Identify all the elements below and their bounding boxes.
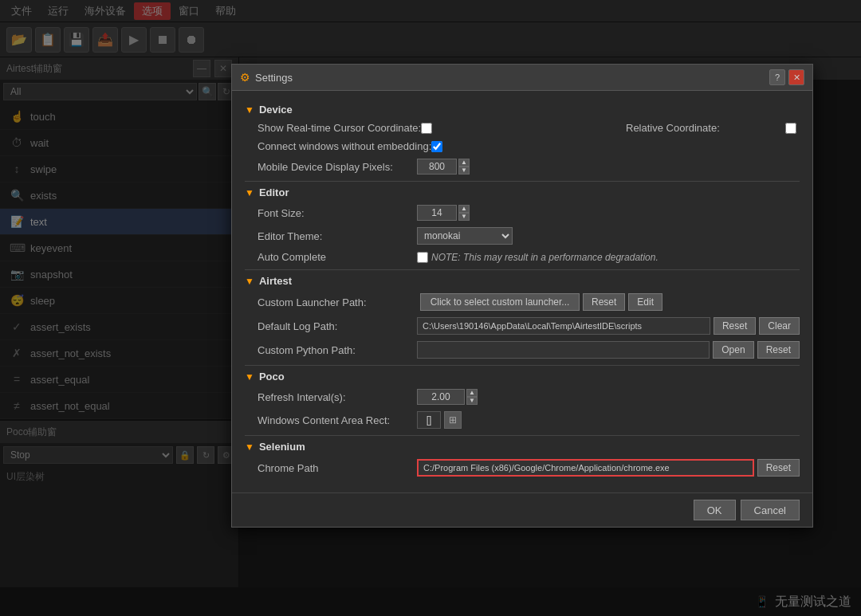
default-log-label: Default Log Path: <box>258 320 417 332</box>
custom-python-reset-btn[interactable]: Reset <box>757 341 800 359</box>
editor-theme-label: Editor Theme: <box>258 230 417 242</box>
windows-rect-row: Windows Content Area Rect: ⊞ <box>245 411 800 429</box>
custom-launcher-edit-btn[interactable]: Edit <box>628 293 662 311</box>
mobile-pixels-input[interactable] <box>417 159 457 175</box>
poco-section-title: Poco <box>259 371 285 383</box>
custom-python-input[interactable] <box>417 341 710 359</box>
font-size-label: Font Size: <box>258 207 417 219</box>
settings-dialog: ⚙ Settings ? ✕ ▼ Device Show Real-time C… <box>231 64 813 528</box>
refresh-down-btn[interactable]: ▼ <box>466 397 478 405</box>
font-size-spinner: ▲ ▼ <box>417 205 470 221</box>
poco-arrow-icon: ▼ <box>245 371 254 383</box>
default-log-input[interactable] <box>417 317 710 335</box>
selenium-section-title: Selenium <box>259 441 305 453</box>
mobile-pixels-row: Mobile Device Display Pixels: ▲ ▼ <box>245 159 800 175</box>
editor-theme-row: Editor Theme: monokai <box>245 227 800 245</box>
windows-rect-input[interactable] <box>417 411 441 429</box>
dialog-title-bar: ⚙ Settings ? ✕ <box>232 65 812 91</box>
auto-complete-row: Auto Complete NOTE: This may result in a… <box>245 251 800 263</box>
dialog-cancel-btn[interactable]: Cancel <box>741 500 800 520</box>
chrome-path-label: Chrome Path <box>258 462 417 474</box>
refresh-interval-spinner: ▲ ▼ <box>417 389 478 405</box>
realtime-cursor-checkbox[interactable] <box>421 123 432 134</box>
default-log-reset-btn[interactable]: Reset <box>714 317 756 335</box>
refresh-interval-row: Refresh Interval(s): ▲ ▼ <box>245 389 800 405</box>
selenium-arrow-icon: ▼ <box>245 441 254 453</box>
auto-complete-checkbox[interactable] <box>417 252 428 263</box>
custom-launcher-btn[interactable]: Click to select custom launcher... <box>420 293 580 311</box>
editor-section-title: Editor <box>259 186 289 198</box>
default-log-row: Default Log Path: Reset Clear <box>245 317 800 335</box>
mobile-pixels-up-btn[interactable]: ▲ <box>458 159 470 167</box>
windows-rect-select-btn[interactable]: ⊞ <box>444 411 462 429</box>
auto-complete-label: Auto Complete <box>258 251 417 263</box>
windows-rect-label: Windows Content Area Rect: <box>258 414 417 426</box>
dialog-title-area: ⚙ Settings <box>240 71 293 84</box>
editor-arrow-icon: ▼ <box>245 187 254 198</box>
font-size-spinner-btns: ▲ ▼ <box>458 205 470 221</box>
chrome-path-reset-btn[interactable]: Reset <box>757 459 800 477</box>
mobile-pixels-spinner: ▲ ▼ <box>417 159 470 175</box>
dialog-footer: OK Cancel <box>232 492 812 527</box>
font-size-input[interactable] <box>417 205 457 221</box>
custom-python-open-btn[interactable]: Open <box>713 341 753 359</box>
chrome-path-row: Chrome Path Reset <box>245 459 800 477</box>
default-log-clear-btn[interactable]: Clear <box>759 317 800 335</box>
font-size-down-btn[interactable]: ▼ <box>458 213 470 221</box>
selenium-section-header: ▼ Selenium <box>245 441 800 453</box>
font-size-row: Font Size: ▲ ▼ <box>245 205 800 221</box>
settings-gear-icon: ⚙ <box>240 71 250 84</box>
dialog-body: ▼ Device Show Real-time Cursor Coordinat… <box>232 91 812 492</box>
airtest-section-header: ▼ Airtest <box>245 275 800 287</box>
mobile-pixels-down-btn[interactable]: ▼ <box>458 167 470 175</box>
dialog-title-text: Settings <box>255 72 293 84</box>
connect-checkbox[interactable] <box>431 141 442 152</box>
connect-without-embed-row: Connect windows without embedding: <box>245 140 800 152</box>
airtest-arrow-icon: ▼ <box>245 276 254 287</box>
refresh-up-btn[interactable]: ▲ <box>466 389 478 397</box>
refresh-interval-spinner-btns: ▲ ▼ <box>466 389 478 405</box>
airtest-section-title: Airtest <box>259 275 292 287</box>
relative-coord-checkbox[interactable] <box>785 123 796 134</box>
poco-section-header: ▼ Poco <box>245 371 800 383</box>
editor-theme-select[interactable]: monokai <box>417 227 513 245</box>
device-arrow-icon: ▼ <box>245 104 254 116</box>
mobile-pixels-label: Mobile Device Display Pixels: <box>258 161 417 173</box>
custom-python-label: Custom Python Path: <box>258 344 417 356</box>
mobile-pixels-spinner-btns: ▲ ▼ <box>458 159 470 175</box>
dialog-close-btn[interactable]: ✕ <box>788 69 804 85</box>
custom-launcher-row: Custom Launcher Path: Click to select cu… <box>245 293 800 311</box>
custom-python-row: Custom Python Path: Open Reset <box>245 341 800 359</box>
relative-coord-label: Relative Coordinate: <box>626 122 785 134</box>
refresh-interval-input[interactable] <box>417 389 465 405</box>
refresh-interval-label: Refresh Interval(s): <box>258 391 417 403</box>
realtime-cursor-label: Show Real-time Cursor Coordinate: <box>258 122 421 134</box>
dialog-ok-btn[interactable]: OK <box>694 500 736 520</box>
device-section-title: Device <box>259 104 293 116</box>
editor-section-header: ▼ Editor <box>245 186 800 198</box>
custom-launcher-label: Custom Launcher Path: <box>258 296 417 308</box>
dialog-controls: ? ✕ <box>769 69 804 85</box>
dialog-help-btn[interactable]: ? <box>769 69 785 85</box>
chrome-path-input[interactable] <box>417 459 754 477</box>
font-size-up-btn[interactable]: ▲ <box>458 205 470 213</box>
device-section-header: ▼ Device <box>245 104 800 116</box>
auto-complete-note: NOTE: This may result in a performance d… <box>431 252 659 263</box>
connect-label: Connect windows without embedding: <box>258 140 431 152</box>
realtime-cursor-row: Show Real-time Cursor Coordinate: Relati… <box>245 122 800 134</box>
custom-launcher-reset-btn[interactable]: Reset <box>583 293 625 311</box>
